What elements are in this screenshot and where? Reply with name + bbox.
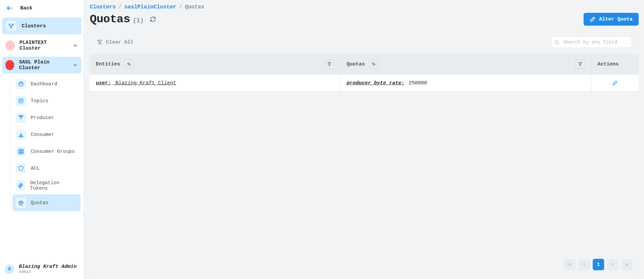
subitem-label: Topics (31, 98, 48, 104)
nav-clusters-label: Clusters (22, 23, 46, 29)
search-icon (554, 39, 560, 45)
svg-rect-10 (19, 136, 23, 137)
arrow-left-icon (5, 3, 14, 13)
avatar: B (5, 264, 14, 274)
page-last-button[interactable] (621, 259, 633, 270)
pencil-icon (590, 16, 596, 22)
subitem-label: Quotas (31, 200, 48, 205)
download-icon (16, 130, 26, 140)
table-body: user: Blazing Kraft Client producer_byte… (90, 75, 639, 254)
page-prev-button[interactable] (579, 259, 590, 270)
settings-icon (16, 180, 25, 191)
subitem-label: Delegation Tokens (30, 180, 77, 191)
scale-icon (16, 198, 26, 208)
table-header: Entities Quotas (90, 54, 639, 75)
clear-all-label: Clear All (106, 39, 133, 45)
grid-icon (16, 146, 26, 157)
cluster-status-dot (5, 60, 14, 70)
filter-entities-button[interactable] (325, 59, 334, 69)
page-next-button[interactable] (607, 259, 618, 270)
chevron-down-icon (73, 62, 78, 68)
subitem-label: ACL (31, 166, 39, 171)
subitem-label: Producer (31, 115, 54, 120)
subitem-producer[interactable]: Producer (12, 109, 81, 126)
crumb-separator: / (179, 4, 182, 10)
crumb-cluster-id[interactable]: saslPlainCluster (124, 4, 176, 10)
entity-key: user: (96, 80, 111, 86)
subitem-delegation-tokens[interactable]: Delegation Tokens (12, 177, 81, 194)
chevron-up-icon (73, 43, 78, 48)
search-input[interactable] (551, 36, 632, 48)
alter-quota-button[interactable]: Alter Quota (584, 13, 639, 26)
col-entities-label: Entities (96, 61, 120, 67)
sidebar: Back Clusters PLAINTEXT Cluster (0, 0, 84, 279)
quota-value: 250000 (406, 80, 427, 86)
svg-point-21 (555, 40, 558, 44)
refresh-button[interactable] (150, 16, 156, 22)
subitem-dashboard[interactable]: Dashboard (12, 76, 81, 92)
page-title: Quotas (90, 13, 130, 26)
page-first-button[interactable] (564, 259, 576, 270)
subitem-label: Dashboard (31, 81, 57, 87)
shield-icon (16, 163, 26, 173)
svg-line-22 (558, 43, 559, 44)
user-role: admin (19, 270, 77, 274)
subitem-quotas[interactable]: Quotas (12, 194, 81, 211)
breadcrumb: Clusters / saslPlainCluster / Quotas (90, 3, 639, 11)
cluster-plaintext-label: PLAINTEXT Cluster (20, 40, 67, 51)
filter-off-icon (97, 39, 103, 45)
entity-value: Blazing Kraft Client (112, 80, 176, 86)
crumb-clusters[interactable]: Clusters (90, 4, 116, 10)
subitem-acl[interactable]: ACL (12, 160, 81, 177)
record-count: (1) (133, 17, 143, 24)
cluster-status-dot (5, 40, 15, 51)
subitem-label: Consumer (31, 132, 54, 137)
quota-key: producer_byte_rate: (347, 80, 404, 86)
clear-all-button[interactable]: Clear All (97, 39, 133, 45)
cluster-submenu: Dashboard Topics Producer Consumer (10, 75, 83, 212)
sort-entities-button[interactable] (124, 59, 134, 69)
user-name: Blazing Kraft Admin (19, 264, 77, 270)
dashboard-icon (16, 79, 26, 89)
file-icon (16, 96, 26, 106)
crumb-current: Quotas (185, 4, 205, 10)
subitem-consumer-groups[interactable]: Consumer Groups (12, 143, 81, 160)
back-button[interactable]: Back (0, 0, 83, 16)
cluster-plaintext[interactable]: PLAINTEXT Cluster (2, 37, 81, 54)
filter-quotas-button[interactable] (575, 59, 585, 69)
main-content: Clusters / saslPlainCluster / Quotas Quo… (84, 0, 644, 279)
sort-quotas-button[interactable] (369, 59, 378, 69)
back-label: Back (20, 5, 32, 11)
svg-rect-9 (19, 115, 23, 116)
svg-rect-11 (19, 149, 23, 154)
crumb-separator: / (118, 4, 122, 10)
subitem-topics[interactable]: Topics (12, 92, 81, 109)
page-number-button[interactable]: 1 (593, 259, 604, 270)
subitem-consumer[interactable]: Consumer (12, 126, 81, 143)
alter-quota-label: Alter Quota (599, 17, 633, 22)
col-quotas-label: Quotas (347, 61, 365, 67)
user-footer[interactable]: B Blazing Kraft Admin admin (0, 260, 83, 279)
edit-row-button[interactable] (612, 80, 618, 86)
cluster-sasl[interactable]: SASL Plain Cluster (2, 57, 81, 74)
col-actions-label: Actions (597, 61, 619, 67)
table-row: user: Blazing Kraft Client producer_byte… (90, 75, 639, 92)
upload-icon (16, 113, 26, 123)
cluster-sasl-label: SASL Plain Cluster (19, 59, 67, 71)
nav-clusters[interactable]: Clusters (2, 18, 81, 34)
git-fork-icon (6, 21, 16, 31)
pagination: 1 (564, 259, 633, 270)
subitem-label: Consumer Groups (31, 149, 75, 154)
